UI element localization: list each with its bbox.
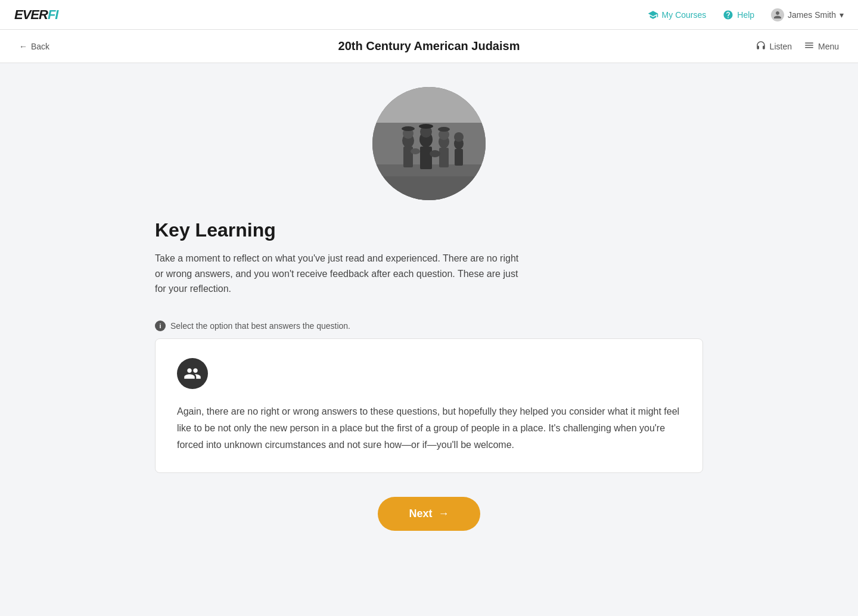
graduation-icon: [648, 10, 658, 20]
menu-label: Menu: [818, 42, 839, 51]
svg-rect-21: [372, 176, 486, 200]
back-button[interactable]: ← Back: [19, 42, 49, 51]
help-label: Help: [737, 10, 754, 20]
svg-point-18: [402, 126, 415, 131]
svg-point-16: [411, 148, 420, 154]
answer-icon: [177, 358, 208, 389]
next-button[interactable]: Next →: [378, 497, 480, 531]
my-courses-label: My Courses: [662, 10, 707, 20]
lesson-controls: Listen Menu: [756, 40, 839, 52]
back-label: Back: [31, 42, 49, 51]
user-avatar: [771, 8, 784, 21]
answer-text: Again, there are no right or wrong answe…: [177, 403, 681, 453]
chevron-down-icon: ▾: [840, 10, 844, 20]
next-button-container: Next →: [155, 497, 703, 531]
user-menu[interactable]: James Smith ▾: [771, 8, 844, 21]
info-icon: i: [155, 321, 166, 331]
svg-point-17: [430, 150, 440, 157]
user-name: James Smith: [788, 10, 836, 20]
help-link[interactable]: Help: [723, 10, 754, 20]
main-content: Key Learning Take a moment to reflect on…: [143, 63, 715, 578]
hamburger-icon: [804, 40, 815, 52]
lesson-header: ← Back 20th Century American Judaism Lis…: [0, 30, 858, 63]
section-description: Take a moment to reflect on what you've …: [155, 251, 524, 297]
answer-card: Again, there are no right or wrong answe…: [155, 338, 703, 473]
svg-point-20: [438, 127, 450, 132]
top-navigation: EVERFI My Courses Help: [0, 0, 858, 30]
svg-rect-14: [455, 149, 463, 166]
question-instruction: i Select the option that best answers th…: [155, 321, 703, 331]
svg-rect-8: [420, 147, 432, 169]
menu-button[interactable]: Menu: [804, 40, 839, 52]
listen-button[interactable]: Listen: [756, 40, 792, 52]
arrow-right-icon: →: [439, 508, 449, 520]
section-heading: Key Learning: [155, 219, 703, 241]
svg-point-15: [454, 132, 464, 142]
headphone-icon: [756, 40, 766, 52]
next-label: Next: [409, 508, 432, 520]
svg-point-19: [419, 124, 433, 129]
lesson-title: 20th Century American Judaism: [338, 39, 520, 53]
top-nav-right: My Courses Help James Smith ▾: [648, 8, 844, 21]
hero-image-container: [155, 87, 703, 200]
everfi-logo: EVERFI: [14, 7, 58, 23]
help-icon: [723, 10, 733, 20]
svg-rect-11: [439, 148, 449, 167]
hero-image: [372, 87, 486, 200]
instruction-text: Select the option that best answers the …: [170, 321, 350, 331]
listen-label: Listen: [770, 42, 792, 51]
my-courses-link[interactable]: My Courses: [648, 10, 707, 20]
back-arrow-icon: ←: [19, 42, 27, 51]
